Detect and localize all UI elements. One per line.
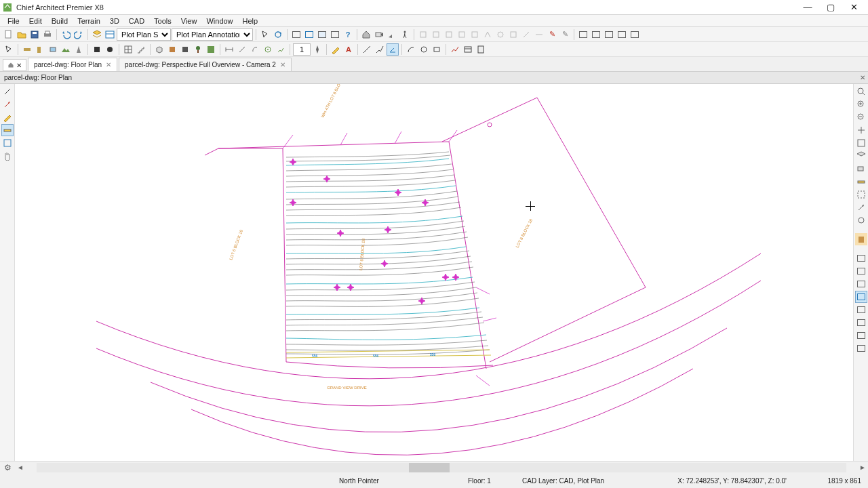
scroll-track[interactable]: [37, 463, 846, 472]
compass-button[interactable]: [311, 43, 323, 56]
arc-tool[interactable]: [405, 43, 417, 56]
tab-close-icon[interactable]: ✕: [280, 61, 285, 68]
tb-r[interactable]: [590, 28, 602, 41]
rt-d2-icon[interactable]: [855, 265, 867, 277]
menu-edit[interactable]: Edit: [24, 17, 47, 25]
new-file-button[interactable]: [3, 28, 15, 41]
scroll-right-icon[interactable]: ►: [857, 464, 868, 471]
refresh-button[interactable]: [272, 28, 284, 41]
dim1-button[interactable]: [223, 43, 235, 56]
scroll-left-icon[interactable]: ◄: [15, 464, 26, 471]
table-tool[interactable]: [462, 43, 474, 56]
undo-button[interactable]: [60, 28, 72, 41]
menu-terrain[interactable]: Terrain: [73, 17, 105, 25]
menu-window[interactable]: Window: [201, 17, 237, 25]
select-objects-button[interactable]: [259, 28, 271, 41]
horizontal-scrollbar[interactable]: ⚙ ◄ ►: [0, 461, 868, 473]
floor-level-field[interactable]: [293, 43, 311, 56]
rt-refresh-icon[interactable]: [855, 214, 867, 226]
lt-pencil-icon[interactable]: [1, 111, 14, 123]
fixture-button[interactable]: [179, 43, 191, 56]
tb-n[interactable]: [533, 28, 545, 41]
rt-ruler-icon[interactable]: [855, 176, 867, 188]
tb-t[interactable]: [616, 28, 628, 41]
view-close-icon[interactable]: ✕: [860, 74, 865, 81]
terrain2-button[interactable]: [205, 43, 217, 56]
wall-button[interactable]: [21, 43, 33, 56]
box3d-button[interactable]: [153, 43, 165, 56]
calc-tool[interactable]: [475, 43, 487, 56]
rt-pan-icon[interactable]: [855, 124, 867, 136]
tb-o[interactable]: ✎: [546, 28, 558, 41]
lt-measure-icon[interactable]: [1, 124, 14, 136]
terrain-button[interactable]: [60, 43, 72, 56]
menu-3d[interactable]: 3D: [105, 17, 124, 25]
dim3-button[interactable]: [249, 43, 261, 56]
redo-button[interactable]: [73, 28, 85, 41]
tb-m[interactable]: [520, 28, 532, 41]
dim2-button[interactable]: [236, 43, 248, 56]
lt-hand-icon[interactable]: [1, 150, 14, 162]
settings-gear-icon[interactable]: ⚙: [0, 463, 15, 472]
tb-q[interactable]: [577, 28, 589, 41]
annotations-dropdown[interactable]: Plot Plan Annotations: [172, 28, 253, 41]
chart-tool[interactable]: [449, 43, 461, 56]
rt-zoom-out-icon[interactable]: [855, 111, 867, 123]
tb-c[interactable]: [316, 28, 328, 41]
cutaway-icon[interactable]: [386, 28, 398, 41]
tb-k[interactable]: [494, 28, 507, 41]
plan-set-dropdown[interactable]: Plot Plan Set: [117, 28, 171, 41]
lt-line-icon[interactable]: [1, 85, 14, 98]
tb-p[interactable]: ✎: [559, 28, 571, 41]
door-button[interactable]: [34, 43, 46, 56]
save-file-button[interactable]: [28, 28, 41, 41]
rt-d5-icon[interactable]: [855, 304, 867, 316]
text-button[interactable]: A: [342, 43, 355, 56]
dim4-button[interactable]: [262, 43, 274, 56]
rt-zoom-extents-icon[interactable]: [855, 85, 867, 98]
tb-g[interactable]: [443, 28, 455, 41]
rect-tool[interactable]: [431, 43, 443, 56]
close-window-button[interactable]: ✕: [842, 1, 865, 14]
window-button[interactable]: [47, 43, 59, 56]
rt-fit-icon[interactable]: [855, 137, 867, 149]
menu-tools[interactable]: Tools: [149, 17, 176, 25]
square-button[interactable]: [91, 43, 103, 56]
help-button[interactable]: ?: [342, 28, 354, 41]
circle-button[interactable]: [104, 43, 116, 56]
menu-help[interactable]: Help: [238, 17, 263, 25]
tb-h[interactable]: [456, 28, 468, 41]
tab-home-icon[interactable]: ✕: [3, 59, 26, 71]
rt-d7-icon[interactable]: [855, 329, 867, 342]
open-file-button[interactable]: [16, 28, 28, 41]
rt-d1-icon[interactable]: [855, 252, 867, 264]
layer-display-button[interactable]: [104, 28, 116, 41]
rt-d4-icon[interactable]: [855, 291, 867, 303]
scroll-thumb[interactable]: [409, 463, 450, 472]
walk-icon[interactable]: [399, 28, 411, 41]
menu-view[interactable]: View: [176, 17, 202, 25]
rt-zoom-in-icon[interactable]: [855, 98, 867, 110]
maximize-button[interactable]: ▢: [819, 1, 842, 14]
tb-u[interactable]: [629, 28, 641, 41]
line-tool[interactable]: [361, 43, 373, 56]
rt-d3-icon[interactable]: [855, 278, 867, 290]
circle-tool[interactable]: [418, 43, 430, 56]
menu-file[interactable]: File: [3, 17, 24, 25]
tb-d[interactable]: [329, 28, 341, 41]
tab-close-icon[interactable]: ✕: [106, 61, 111, 68]
rt-d6-icon[interactable]: [855, 317, 867, 329]
print-button[interactable]: [41, 28, 54, 41]
rt-layers-icon[interactable]: [855, 150, 867, 162]
menu-cad[interactable]: CAD: [124, 17, 149, 25]
tb-a[interactable]: [290, 28, 302, 41]
menu-build[interactable]: Build: [47, 17, 73, 25]
tb-s[interactable]: [603, 28, 615, 41]
tb-j[interactable]: [481, 28, 494, 41]
camera-icon[interactable]: [373, 28, 385, 41]
cabinet-button[interactable]: [166, 43, 178, 56]
lt-arrow-icon[interactable]: [1, 98, 14, 110]
layers-button[interactable]: [91, 28, 103, 41]
grid-button[interactable]: [122, 43, 134, 56]
rt-d8-icon[interactable]: [855, 342, 867, 354]
